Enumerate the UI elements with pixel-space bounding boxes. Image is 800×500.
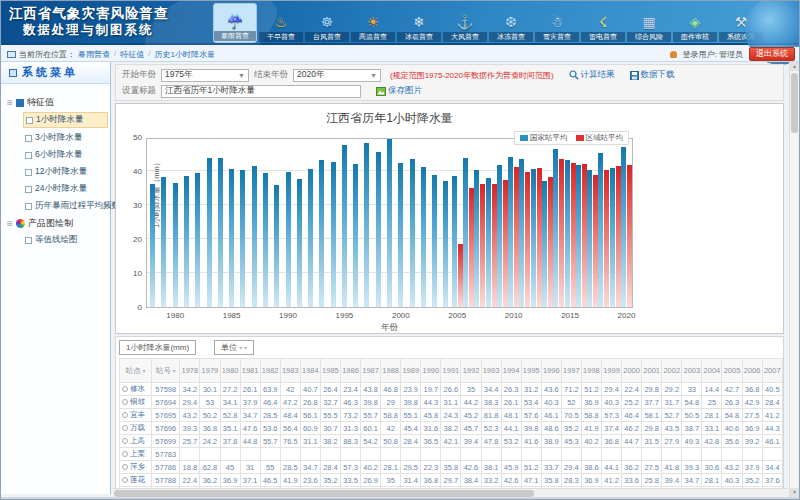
bar-national-2000[interactable]	[398, 163, 403, 307]
year-column-header[interactable]: 1999	[601, 359, 621, 383]
year-column-header[interactable]: 1986	[340, 359, 360, 383]
station-cell[interactable]: 莲花	[120, 474, 152, 487]
bar-national-1985[interactable]	[229, 169, 234, 307]
nav-item-lightning[interactable]: ☇雷电普查	[581, 3, 625, 43]
bar-national-2016[interactable]	[576, 165, 581, 307]
nav-item-drought[interactable]: ♨干旱普查	[259, 3, 303, 43]
year-column-header[interactable]: 2003	[682, 359, 702, 383]
bar-national-2010[interactable]	[508, 157, 513, 307]
sidebar-group-0[interactable]: ⊞特征值	[7, 96, 108, 109]
bar-national-1999[interactable]	[387, 139, 392, 307]
year-column-header[interactable]: 1990	[421, 359, 441, 383]
year-column-header[interactable]: 1992	[461, 359, 481, 383]
station-cell[interactable]: 修水	[120, 383, 152, 396]
year-column-header[interactable]: 2004	[702, 359, 722, 383]
nav-item-freeze[interactable]: ❆冰冻普查	[489, 3, 533, 43]
bar-national-1978[interactable]	[150, 184, 155, 307]
bar-national-2012[interactable]	[531, 169, 536, 307]
nav-item-composite[interactable]: ▦综合风险	[627, 3, 671, 43]
year-column-header[interactable]: 2007	[762, 359, 782, 383]
bar-national-2014[interactable]	[553, 149, 558, 307]
nav-item-wind[interactable]: ⚓大风普查	[443, 3, 487, 43]
bar-national-1984[interactable]	[218, 158, 223, 307]
breadcrumb-item[interactable]: 暴雨普查	[78, 49, 110, 60]
station-column-header[interactable]: 站点 ▾	[120, 359, 152, 383]
bar-national-2015[interactable]	[565, 160, 570, 307]
start-year-select[interactable]: 1975年 ▼	[161, 69, 249, 82]
year-column-header[interactable]: 1983	[280, 359, 300, 383]
bar-national-2020[interactable]	[621, 147, 626, 307]
year-column-header[interactable]: 1994	[501, 359, 521, 383]
year-column-header[interactable]: 1997	[561, 359, 581, 383]
year-column-header[interactable]: 1993	[481, 359, 501, 383]
bar-national-2013[interactable]	[542, 181, 547, 307]
expander-icon[interactable]: ⊞	[7, 99, 13, 107]
year-column-header[interactable]: 1996	[541, 359, 561, 383]
sort-icon[interactable]: ▾	[141, 368, 146, 374]
year-column-header[interactable]: 1982	[260, 359, 280, 383]
scroll-down-icon[interactable]: ▼	[790, 488, 799, 497]
bar-national-2011[interactable]	[519, 159, 524, 307]
station-cell[interactable]: 宜丰	[120, 409, 152, 422]
year-column-header[interactable]: 2006	[742, 359, 762, 383]
vertical-scrollbar[interactable]: ▲ ▼	[789, 62, 798, 497]
year-column-header[interactable]: 1991	[441, 359, 461, 383]
sidebar-item[interactable]: 3小时降水量	[23, 131, 108, 145]
bar-national-1988[interactable]	[263, 173, 268, 307]
bar-national-2006[interactable]	[463, 158, 468, 307]
bar-national-2008[interactable]	[486, 178, 491, 307]
bar-national-1995[interactable]	[342, 145, 347, 307]
bar-national-1991[interactable]	[297, 179, 302, 307]
radio-icon[interactable]	[122, 477, 128, 483]
expander-icon[interactable]: ⊞	[7, 220, 13, 228]
bar-national-2004[interactable]	[443, 181, 448, 307]
sidebar-item[interactable]: 24小时降水量	[23, 182, 108, 196]
bar-national-2017[interactable]	[587, 170, 592, 307]
sidebar-item[interactable]: 等值线绘图	[23, 233, 108, 247]
bar-national-2002[interactable]	[421, 167, 426, 307]
year-column-header[interactable]: 2001	[642, 359, 662, 383]
horizontal-scrollbar-thumb[interactable]	[114, 490, 534, 497]
save-image-button[interactable]: 保存图片	[376, 85, 422, 97]
bar-national-1993[interactable]	[319, 160, 324, 307]
sidebar-item[interactable]: 1小时降水量	[23, 112, 108, 128]
unit-dropdown[interactable]: 单位 ▾ ▾	[214, 340, 254, 355]
station-cell[interactable]: 萍乡	[120, 461, 152, 474]
bar-national-1989[interactable]	[274, 185, 279, 307]
year-column-header[interactable]: 1989	[401, 359, 421, 383]
radio-icon[interactable]	[122, 438, 128, 444]
logout-button[interactable]: 退出系统	[749, 47, 795, 61]
vertical-scrollbar-thumb[interactable]	[791, 73, 798, 133]
radio-icon[interactable]	[122, 412, 128, 418]
bar-national-1992[interactable]	[308, 169, 313, 307]
bar-national-2003[interactable]	[432, 175, 437, 307]
year-column-header[interactable]: 1980	[220, 359, 240, 383]
year-column-header[interactable]: 1985	[320, 359, 340, 383]
bar-national-1981[interactable]	[184, 176, 189, 307]
nav-item-hail[interactable]: ❄冰雹普查	[397, 3, 441, 43]
year-column-header[interactable]: 1988	[381, 359, 401, 383]
station-cell[interactable]: 万载	[120, 422, 152, 435]
year-column-header[interactable]: 1979	[200, 359, 220, 383]
bar-national-1994[interactable]	[331, 162, 336, 307]
breadcrumb-item[interactable]: 特征值	[120, 49, 144, 60]
bar-national-1987[interactable]	[252, 166, 257, 307]
year-column-header[interactable]: 2005	[722, 359, 742, 383]
sidebar-item[interactable]: 6小时降水量	[23, 148, 108, 162]
radio-icon[interactable]	[122, 451, 128, 457]
year-column-header[interactable]: 2000	[622, 359, 642, 383]
bar-national-2018[interactable]	[598, 153, 603, 307]
bar-national-2019[interactable]	[610, 168, 615, 307]
bar-national-1982[interactable]	[195, 173, 200, 307]
year-column-header[interactable]: 1978	[180, 359, 200, 383]
bar-national-1997[interactable]	[364, 143, 369, 307]
year-column-header[interactable]: 1981	[240, 359, 260, 383]
year-column-header[interactable]: 1987	[361, 359, 381, 383]
nav-item-review[interactable]: ◈图件审核	[673, 3, 717, 43]
station-cell[interactable]: 铜鼓	[120, 396, 152, 409]
bar-national-1986[interactable]	[240, 170, 245, 307]
year-column-header[interactable]: 1995	[521, 359, 541, 383]
sort-icon[interactable]: ▾	[171, 368, 176, 374]
bar-national-2009[interactable]	[497, 165, 502, 307]
calculate-button[interactable]: 计算结果	[569, 69, 615, 81]
